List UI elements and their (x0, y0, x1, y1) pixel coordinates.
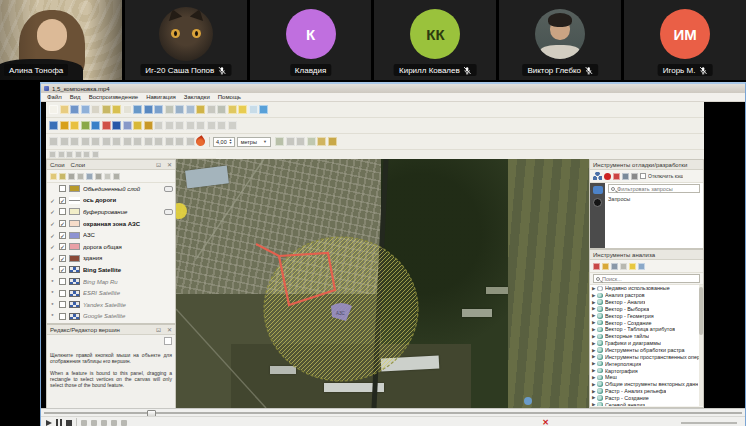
layer-row[interactable]: ✓ ✓ охранная зона АЗС (47, 218, 175, 230)
zoom-full-icon[interactable] (154, 105, 163, 114)
algorithm-group-row[interactable]: ▶ Векторные тайлы (590, 333, 703, 340)
toggle-editing-icon[interactable] (133, 121, 142, 130)
algorithm-group-row[interactable]: ▶ Инструменты пространственных опер (590, 353, 703, 360)
layer-visibility-checkbox[interactable] (59, 290, 66, 297)
style-manager-icon[interactable] (112, 105, 121, 114)
algorithm-group-row[interactable]: ▶ Инструменты обработки растра (590, 347, 703, 354)
diagram-options-icon[interactable] (175, 137, 184, 146)
identify-icon[interactable] (207, 105, 216, 114)
expand-arrow-icon[interactable]: ▶ (592, 354, 595, 359)
seek-bar[interactable] (41, 408, 745, 416)
algorithm-group-row[interactable]: ▶ Вектор - Таблица атрибутов (590, 326, 703, 333)
layer-row[interactable]: Объединенный слой (47, 183, 175, 195)
audio-button[interactable] (121, 420, 127, 426)
topological-editing-icon[interactable] (307, 137, 316, 146)
add-csv-icon[interactable] (102, 121, 111, 130)
algorithm-group-row[interactable]: ▶ Интерполяция (590, 360, 703, 367)
layer-visibility-checkbox[interactable]: ✓ (59, 197, 66, 204)
options-icon[interactable] (638, 263, 645, 270)
snap-vertex-icon[interactable] (286, 137, 295, 146)
save-edits-icon[interactable] (144, 121, 153, 130)
increase-rate-button[interactable] (111, 420, 117, 426)
regular-polygon-icon[interactable] (92, 151, 99, 158)
refresh-icon[interactable] (259, 105, 268, 114)
filter-by-expression-icon[interactable] (86, 173, 93, 180)
expand-arrow-icon[interactable]: ▶ (592, 293, 595, 298)
menu-item[interactable]: Помощь (214, 94, 245, 100)
requests-root-item[interactable]: Запросы (608, 196, 630, 202)
expand-arrow-icon[interactable]: ▶ (592, 382, 595, 387)
zoom-last-icon[interactable] (175, 105, 184, 114)
participant-tile-kirill[interactable]: КК Кирилл Ковалев (374, 0, 496, 80)
layer-row[interactable]: ✓ ✓ ось дороги (47, 195, 175, 207)
filter-legend-icon[interactable] (77, 173, 84, 180)
rectangle-tool-icon[interactable] (75, 151, 82, 158)
processing-search-input[interactable] (602, 276, 697, 282)
pin-labels-icon[interactable] (123, 137, 132, 146)
expand-arrow-icon[interactable]: ▶ (592, 348, 595, 353)
ellipse-tool-icon[interactable] (83, 151, 90, 158)
expand-arrow-icon[interactable]: ▶ (592, 327, 595, 332)
snap-segment-icon[interactable] (296, 137, 305, 146)
stream-digitize-icon[interactable] (58, 151, 65, 158)
layer-visibility-checkbox[interactable]: ✓ (59, 266, 66, 273)
new-bookmark-icon[interactable] (238, 105, 247, 114)
open-project-icon[interactable] (60, 105, 69, 114)
participant-tile-igor[interactable]: ИМ Игорь М. (624, 0, 746, 80)
layer-visibility-checkbox[interactable] (59, 208, 66, 215)
select-by-expression-icon[interactable] (70, 137, 79, 146)
algorithm-group-row[interactable]: ▶ Меш (590, 374, 703, 381)
algorithm-group-row[interactable]: ▶ Сетевой анализ (590, 401, 703, 406)
layer-row[interactable]: * ESRI Satellite (47, 287, 175, 299)
close-panel-icon[interactable]: ✕ (167, 327, 172, 333)
snap-units-dropdown[interactable]: метры ▼ (237, 137, 271, 147)
expand-arrow-icon[interactable]: ▶ (592, 286, 595, 291)
layer-visibility-checkbox[interactable]: ✓ (59, 243, 66, 250)
data-source-manager-icon[interactable] (49, 121, 58, 130)
settings-icon[interactable] (631, 173, 638, 180)
results-viewer-icon[interactable] (629, 263, 636, 270)
algorithm-group-row[interactable]: ▶ Вектор - Выборка (590, 306, 703, 313)
add-vector-icon[interactable] (60, 121, 69, 130)
zoom-in-icon[interactable] (133, 105, 142, 114)
undo-icon[interactable] (217, 121, 226, 130)
zoom-selection-icon[interactable] (165, 105, 174, 114)
processing-icon[interactable] (186, 137, 195, 146)
save-as-icon[interactable] (81, 105, 90, 114)
remove-layer-icon[interactable] (113, 173, 120, 180)
decrease-rate-button[interactable] (101, 420, 107, 426)
snapping-magnet-icon[interactable] (194, 135, 207, 148)
rotate-label-icon[interactable] (154, 137, 163, 146)
layer-row[interactable]: * Google Satellite (47, 311, 175, 323)
enable-tracing-icon[interactable] (275, 137, 284, 146)
spinner-arrows-icon[interactable]: ▲▼ (229, 139, 232, 145)
expand-arrow-icon[interactable]: ▶ (592, 313, 595, 318)
step-forward-button[interactable] (91, 420, 97, 426)
save-project-icon[interactable] (70, 105, 79, 114)
change-label-icon[interactable] (165, 137, 174, 146)
map-canvas[interactable]: АЗС (176, 159, 589, 408)
expand-arrow-icon[interactable]: ▶ (592, 361, 595, 366)
layer-row[interactable]: ✓ ✓ здания (47, 253, 175, 265)
add-postgis-icon[interactable] (112, 121, 121, 130)
expand-arrow-icon[interactable]: ▶ (592, 395, 595, 400)
expand-arrow-icon[interactable]: ▶ (592, 375, 595, 380)
layer-visibility-checkbox[interactable] (59, 185, 66, 192)
layout-manager-icon[interactable] (102, 105, 111, 114)
save-log-icon[interactable] (622, 173, 629, 180)
print-layout-icon[interactable] (91, 105, 100, 114)
close-panel-icon[interactable]: ✕ (167, 162, 172, 168)
layer-row[interactable]: * ✓ Bing Satellite (47, 264, 175, 276)
highlight-labels-icon[interactable] (133, 137, 142, 146)
menu-item[interactable]: Закладки (180, 94, 214, 100)
zoom-out-icon[interactable] (144, 105, 153, 114)
add-wms-icon[interactable] (91, 121, 100, 130)
algorithm-group-row[interactable]: ▶ Растр - Анализ рельефа (590, 388, 703, 395)
layers-tab[interactable]: Слои (50, 162, 65, 168)
disable-cache-checkbox[interactable] (640, 173, 646, 179)
algorithm-group-row[interactable]: ▶ Графики и диаграммы (590, 340, 703, 347)
algorithm-group-row[interactable]: ▶ Анализ растров (590, 292, 703, 299)
deselect-icon[interactable] (60, 137, 69, 146)
manage-visibility-icon[interactable] (68, 173, 75, 180)
add-group-icon[interactable] (59, 173, 66, 180)
